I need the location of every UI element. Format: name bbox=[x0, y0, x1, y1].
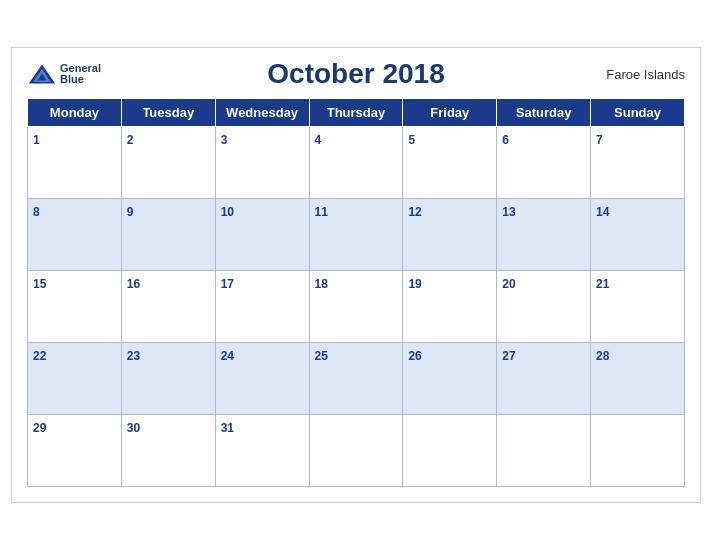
day-number: 9 bbox=[127, 205, 134, 219]
day-number: 21 bbox=[596, 277, 609, 291]
calendar-cell: 26 bbox=[403, 343, 497, 415]
header-monday: Monday bbox=[28, 99, 122, 127]
calendar-cell: 5 bbox=[403, 127, 497, 199]
day-number: 5 bbox=[408, 133, 415, 147]
calendar-cell: 27 bbox=[497, 343, 591, 415]
calendar-cell: 19 bbox=[403, 271, 497, 343]
day-number: 28 bbox=[596, 349, 609, 363]
day-number: 27 bbox=[502, 349, 515, 363]
calendar-cell: 14 bbox=[591, 199, 685, 271]
day-number: 2 bbox=[127, 133, 134, 147]
day-number: 24 bbox=[221, 349, 234, 363]
region-label: Faroe Islands bbox=[606, 67, 685, 82]
header-tuesday: Tuesday bbox=[121, 99, 215, 127]
calendar-cell: 23 bbox=[121, 343, 215, 415]
week-row-1: 1234567 bbox=[28, 127, 685, 199]
month-title: October 2018 bbox=[267, 58, 444, 90]
day-number: 18 bbox=[315, 277, 328, 291]
day-number: 6 bbox=[502, 133, 509, 147]
day-number: 4 bbox=[315, 133, 322, 147]
calendar-body: 1234567891011121314151617181920212223242… bbox=[28, 127, 685, 487]
day-number: 20 bbox=[502, 277, 515, 291]
calendar-cell: 8 bbox=[28, 199, 122, 271]
calendar-cell: 4 bbox=[309, 127, 403, 199]
calendar-cell: 28 bbox=[591, 343, 685, 415]
calendar-header: General Blue October 2018 Faroe Islands bbox=[27, 58, 685, 90]
logo-text-block: General Blue bbox=[60, 63, 101, 85]
day-number: 1 bbox=[33, 133, 40, 147]
calendar-cell: 10 bbox=[215, 199, 309, 271]
calendar-cell: 7 bbox=[591, 127, 685, 199]
day-number: 7 bbox=[596, 133, 603, 147]
day-number: 13 bbox=[502, 205, 515, 219]
calendar-cell: 31 bbox=[215, 415, 309, 487]
week-row-5: 293031 bbox=[28, 415, 685, 487]
calendar-cell: 1 bbox=[28, 127, 122, 199]
day-number: 16 bbox=[127, 277, 140, 291]
header-thursday: Thursday bbox=[309, 99, 403, 127]
day-number: 3 bbox=[221, 133, 228, 147]
calendar-cell: 30 bbox=[121, 415, 215, 487]
calendar-cell bbox=[591, 415, 685, 487]
calendar-cell: 2 bbox=[121, 127, 215, 199]
calendar-cell: 17 bbox=[215, 271, 309, 343]
day-number: 11 bbox=[315, 205, 328, 219]
day-number: 30 bbox=[127, 421, 140, 435]
day-number: 31 bbox=[221, 421, 234, 435]
calendar-cell: 13 bbox=[497, 199, 591, 271]
calendar-cell: 16 bbox=[121, 271, 215, 343]
calendar-cell bbox=[309, 415, 403, 487]
calendar-cell: 29 bbox=[28, 415, 122, 487]
calendar-container: General Blue October 2018 Faroe Islands … bbox=[11, 47, 701, 503]
day-number: 19 bbox=[408, 277, 421, 291]
calendar-cell: 20 bbox=[497, 271, 591, 343]
logo-area: General Blue bbox=[27, 63, 101, 85]
day-number: 22 bbox=[33, 349, 46, 363]
calendar-cell: 12 bbox=[403, 199, 497, 271]
day-number: 23 bbox=[127, 349, 140, 363]
header-sunday: Sunday bbox=[591, 99, 685, 127]
logo-wrapper: General Blue bbox=[27, 63, 101, 85]
calendar-cell: 25 bbox=[309, 343, 403, 415]
day-number: 14 bbox=[596, 205, 609, 219]
day-number: 17 bbox=[221, 277, 234, 291]
header-friday: Friday bbox=[403, 99, 497, 127]
day-number: 12 bbox=[408, 205, 421, 219]
day-number: 8 bbox=[33, 205, 40, 219]
calendar-cell: 21 bbox=[591, 271, 685, 343]
week-row-4: 22232425262728 bbox=[28, 343, 685, 415]
calendar-table: Monday Tuesday Wednesday Thursday Friday… bbox=[27, 98, 685, 487]
calendar-cell: 18 bbox=[309, 271, 403, 343]
calendar-cell: 22 bbox=[28, 343, 122, 415]
calendar-cell: 11 bbox=[309, 199, 403, 271]
calendar-cell bbox=[497, 415, 591, 487]
day-number: 29 bbox=[33, 421, 46, 435]
logo-blue-text: Blue bbox=[60, 74, 101, 85]
calendar-cell: 3 bbox=[215, 127, 309, 199]
day-number: 25 bbox=[315, 349, 328, 363]
calendar-cell bbox=[403, 415, 497, 487]
header-wednesday: Wednesday bbox=[215, 99, 309, 127]
day-number: 15 bbox=[33, 277, 46, 291]
week-row-2: 891011121314 bbox=[28, 199, 685, 271]
week-row-3: 15161718192021 bbox=[28, 271, 685, 343]
calendar-cell: 9 bbox=[121, 199, 215, 271]
day-header-row: Monday Tuesday Wednesday Thursday Friday… bbox=[28, 99, 685, 127]
calendar-cell: 24 bbox=[215, 343, 309, 415]
calendar-cell: 6 bbox=[497, 127, 591, 199]
day-number: 10 bbox=[221, 205, 234, 219]
day-number: 26 bbox=[408, 349, 421, 363]
calendar-cell: 15 bbox=[28, 271, 122, 343]
general-blue-logo-icon bbox=[27, 63, 57, 85]
header-saturday: Saturday bbox=[497, 99, 591, 127]
